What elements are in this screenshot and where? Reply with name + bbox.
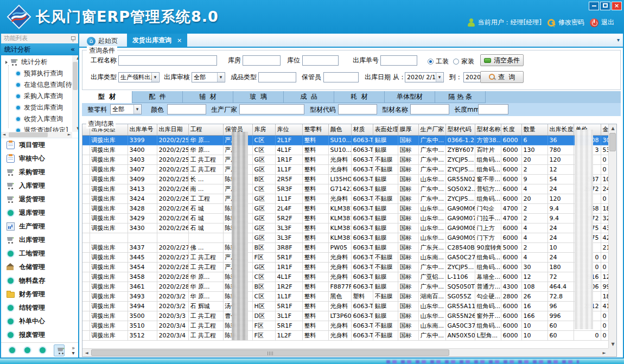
menu-item[interactable]: 入库管理 (1, 179, 78, 193)
warehouse-input[interactable] (243, 55, 281, 66)
tree-item[interactable]: 在途信息查询[待 (1, 79, 72, 91)
material-tab[interactable]: 型 材 (82, 91, 132, 103)
tree-item[interactable]: 发货出库查询 (1, 102, 72, 113)
scroll-thumb[interactable] (609, 133, 616, 151)
tab-close-icon[interactable]: × (177, 37, 182, 44)
search-button[interactable]: 查 询 (480, 71, 524, 83)
logout-button[interactable]: 退出 (590, 18, 614, 27)
column-header[interactable]: 颜色 (328, 124, 351, 135)
material-tab[interactable]: 耗 材 (334, 91, 385, 103)
menu-item[interactable]: 补单中心 (1, 315, 78, 328)
grid-vertical-scrollbar[interactable]: ▲ ▼ (608, 124, 616, 348)
table-row[interactable]: 调拨出库34452020/2/27工 共工程严思F区5R1F整料光身料6063-… (82, 252, 608, 262)
column-header[interactable]: 金 (601, 124, 608, 135)
column-header[interactable]: 材质 (351, 124, 373, 135)
minimize-button[interactable] (589, 2, 599, 10)
scroll-down-icon[interactable]: ▼ (75, 126, 79, 132)
material-tab[interactable]: 辅 材 (183, 91, 233, 103)
table-row[interactable]: 调拨出库34932020/3/2华 原...陈琳C区1L1F整料黑色塑料不贴膜国… (82, 291, 608, 301)
scroll-left-icon[interactable]: ◄ (82, 349, 91, 357)
menu-item[interactable]: 报废管理 (1, 328, 78, 342)
scroll-down-icon[interactable]: ▼ (609, 340, 617, 348)
table-row[interactable]: G区3L3F整料KLM38176063-T5贴膜国标山东华...GA90M09.… (82, 233, 608, 242)
overflow-cart-button[interactable] (54, 344, 65, 356)
table-row[interactable]: 调拨出库34612020/2/28华 原...陈琳B区1R2F整料F8877FT… (82, 282, 608, 291)
tree-item[interactable]: 收货入库查询 (1, 113, 72, 125)
table-row[interactable]: 调拨出库34542020/2/28工 共工程严思G区1R1F整料光身料6063-… (82, 262, 608, 272)
tab-shipping-query[interactable]: 发货出库查询 × (127, 34, 187, 47)
stats-group-header[interactable]: 统计分析 « (1, 43, 78, 55)
length-input[interactable] (478, 104, 508, 114)
column-header[interactable]: 出库日期 (157, 124, 188, 135)
menu-item[interactable]: 项目管理 (1, 138, 78, 152)
radio-gongzhuang[interactable]: 工装 (428, 57, 449, 66)
dot-icon[interactable] (8, 346, 16, 354)
column-header[interactable]: 出库单号 (128, 124, 157, 135)
tree-item[interactable]: 采购入库查询 (1, 91, 72, 102)
column-header[interactable]: 整零料 (302, 124, 328, 135)
table-row[interactable]: 调拨出库34292020/2/26石 城陈琳G区5R2F整料KLM3817606… (82, 213, 608, 223)
tree-root[interactable]: 统计分析 (1, 56, 72, 68)
table-row[interactable]: 调拨出库35122020/3/4工 共工程陈琳F区1L2F整料光身料6063-T… (82, 330, 608, 340)
table-row[interactable]: 调拨出库34092020/2/25长 ...陈琳B区2R5F整料LI35HO60… (82, 174, 608, 184)
date-from-picker[interactable]: 2020/ 2/16 (405, 72, 444, 82)
close-button[interactable]: × (612, 2, 622, 10)
column-header[interactable]: 工程 (188, 124, 223, 135)
table-row[interactable]: 调拨出库35102020/3/4工 共工程陈琳F区5R1F整料光身料6063-T… (82, 321, 608, 330)
scroll-left-icon[interactable]: ◄ (1, 132, 7, 138)
scroll-thumb[interactable] (91, 349, 449, 356)
material-tab[interactable]: 配 件 (132, 91, 183, 103)
overflow-more-button[interactable]: »▾ (72, 346, 75, 355)
menu-item[interactable]: 结转管理 (1, 301, 78, 315)
change-password-button[interactable]: 修改密码 (547, 18, 584, 27)
keeper-input[interactable] (323, 72, 359, 82)
table-row[interactable]: 调拨出库34072020/2/25工 共工程严思G区1L1F整料光身料6063-… (82, 164, 608, 174)
table-row[interactable]: 调拨出库34282020/2/26石 城陈琳G区2L4F整料KLM3817606… (82, 203, 608, 213)
column-header[interactable]: 库房 (252, 124, 275, 135)
profile-name-input[interactable] (410, 104, 449, 114)
menu-item[interactable]: 退货管理 (1, 193, 78, 206)
table-row[interactable]: 调拨出库34372020/2/27佛 ...陈琳B区3R8F整料PW056063… (82, 242, 608, 252)
tree-item[interactable]: 预算执行查询 (1, 68, 72, 79)
location-input[interactable] (302, 55, 339, 66)
menu-item[interactable]: 工地管理 (1, 247, 78, 260)
scroll-right-icon[interactable]: ► (600, 349, 608, 357)
column-header[interactable]: 数量 (521, 124, 547, 135)
dot-icon[interactable] (39, 346, 47, 354)
product-type-input[interactable] (258, 72, 296, 82)
audit-select[interactable]: 全部 (192, 72, 225, 82)
tab-overflow-icon[interactable]: ▾ (617, 37, 620, 43)
table-row[interactable]: 调拨出库34132020/2/26南 ...严思C区5R3F整料G7142260… (82, 184, 608, 194)
scroll-up-icon[interactable]: ▲ (75, 55, 79, 61)
table-row[interactable]: 调拨出库34582020/2/28华 原...陈琳C区4L1F整料光身料6063… (82, 272, 608, 282)
scroll-up-icon[interactable]: ▲ (609, 124, 617, 132)
pin-icon[interactable] (71, 36, 75, 42)
table-row[interactable]: 调拨出库34242020/2/26工 工程严思G区1L1F整料光身料6063-T… (82, 194, 608, 203)
table-row[interactable]: 调拨出库34032020/2/25工 共工程严思G区1R1F整料光身料6063-… (82, 155, 608, 164)
table-row[interactable]: 调拨出库34942020/3/2石 辉城汤伟H区5R1F整料光身料6063-T5… (82, 301, 608, 311)
factory-input[interactable] (239, 104, 304, 114)
dot-icon[interactable] (23, 346, 31, 354)
tree-vertical-scrollbar[interactable]: ▲ ▼ (72, 55, 78, 132)
column-header[interactable]: 库位 (275, 124, 302, 135)
menu-item[interactable]: 审核中心 (1, 152, 78, 165)
tree-item[interactable]: 退货查询[待定] (1, 125, 72, 132)
order-no-input[interactable] (380, 55, 417, 66)
menu-item[interactable]: 出库管理 (1, 233, 78, 247)
column-header[interactable]: 生产厂家 (418, 124, 445, 135)
clear-conditions-button[interactable]: 清空条件 (480, 54, 524, 66)
grid-horizontal-scrollbar[interactable]: ◄ ► (82, 348, 608, 356)
out-type-select[interactable]: 生产领料出库 (118, 72, 160, 82)
menu-item[interactable]: 仓储管理 (1, 260, 78, 274)
menu-item[interactable]: 生产管理 (1, 220, 78, 233)
collapse-icon[interactable]: « (71, 43, 75, 55)
material-tab[interactable]: 玻 璃 (233, 91, 284, 103)
column-header[interactable]: 型材名称 (475, 124, 501, 135)
material-tab[interactable]: 成 品 (284, 91, 334, 103)
expander-icon[interactable] (5, 61, 8, 64)
column-header[interactable]: 表面处理 (373, 124, 398, 135)
color-input[interactable] (167, 104, 206, 114)
table-row[interactable]: 调拨出库34002020/2/25华 原...严思C区4L1F整料SU10...… (82, 145, 608, 155)
menu-item[interactable]: 采购管理 (1, 165, 78, 179)
material-tab[interactable]: 隔 热 条 (435, 91, 486, 103)
